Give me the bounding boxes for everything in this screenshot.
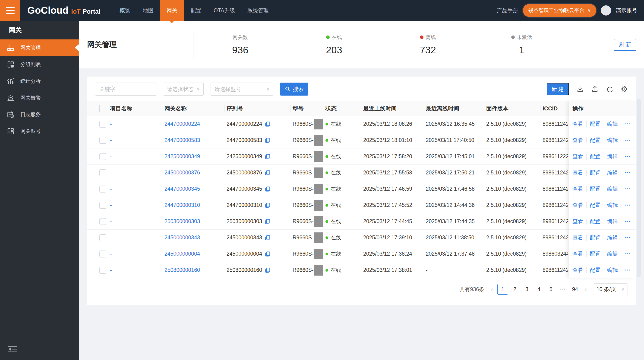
sidebar-collapse-icon[interactable] <box>8 345 17 354</box>
row-checkbox[interactable] <box>100 169 106 176</box>
copy-icon[interactable] <box>264 235 270 241</box>
view-link[interactable]: 查看 <box>572 267 583 274</box>
config-link[interactable]: 配置 <box>590 169 600 176</box>
edit-link[interactable]: 编辑 <box>607 202 618 209</box>
config-link[interactable]: 配置 <box>590 267 600 274</box>
page-number[interactable]: 3 <box>522 284 532 295</box>
copy-icon[interactable] <box>264 153 270 159</box>
keyword-input[interactable] <box>95 83 157 96</box>
gateway-name-link[interactable]: 250300000303 <box>164 218 200 225</box>
view-link[interactable]: 查看 <box>572 250 583 257</box>
edit-link[interactable]: 编辑 <box>607 267 618 274</box>
sidebar-item-gateway-model[interactable]: 网关型号 <box>0 123 79 140</box>
nav-item-map[interactable]: 地图 <box>136 0 160 21</box>
edit-link[interactable]: 编辑 <box>607 137 618 144</box>
prev-page-icon[interactable]: ‹ <box>489 286 495 293</box>
sidebar-item-log-service[interactable]: 日志服务 <box>0 106 79 123</box>
config-link[interactable]: 配置 <box>590 202 600 209</box>
product-manual-link[interactable]: 产品手册 <box>497 7 518 14</box>
view-link[interactable]: 查看 <box>572 185 583 193</box>
row-checkbox[interactable] <box>100 267 106 274</box>
edit-link[interactable]: 编辑 <box>607 218 618 225</box>
page-number[interactable]: 5 <box>546 284 556 295</box>
view-link[interactable]: 查看 <box>572 137 583 144</box>
sidebar-item-gateway-management[interactable]: 网关管理 <box>0 40 79 56</box>
download-icon[interactable] <box>576 85 584 93</box>
config-link[interactable]: 配置 <box>590 120 600 128</box>
config-link[interactable]: 配置 <box>590 153 600 160</box>
vertical-scrollbar[interactable] <box>637 99 641 277</box>
page-size-select[interactable]: 10 条/页 ∨ <box>593 283 628 295</box>
edit-link[interactable]: 编辑 <box>607 169 618 176</box>
gateway-name-link[interactable]: 244700000583 <box>164 137 200 143</box>
row-checkbox[interactable] <box>100 186 106 193</box>
gateway-name-link[interactable]: 245000000004 <box>164 251 200 257</box>
copy-icon[interactable] <box>264 186 270 192</box>
view-link[interactable]: 查看 <box>572 120 583 128</box>
select-all-checkbox[interactable] <box>100 105 100 112</box>
gateway-name-link[interactable]: 244700000224 <box>164 121 200 127</box>
more-actions-icon[interactable]: ··· <box>624 153 630 159</box>
row-checkbox[interactable] <box>100 218 106 225</box>
row-checkbox[interactable] <box>100 153 106 160</box>
page-number[interactable]: 1 <box>497 284 508 295</box>
nav-item-gateway[interactable]: 网关 <box>160 0 184 21</box>
gateway-name-link[interactable]: 245000000376 <box>164 169 200 176</box>
gateway-name-link[interactable]: 242500000349 <box>164 153 200 159</box>
gateway-name-link[interactable]: 244700000345 <box>164 186 200 192</box>
avatar[interactable] <box>601 5 611 16</box>
copy-icon[interactable] <box>264 267 270 273</box>
gateway-name-link[interactable]: 244700000310 <box>164 202 200 208</box>
page-number[interactable]: 2 <box>510 284 520 295</box>
model-select[interactable]: 请选择型号 ∨ <box>210 83 273 96</box>
copy-icon[interactable] <box>264 219 270 225</box>
row-checkbox[interactable] <box>100 137 106 144</box>
sidebar-item-group-list[interactable]: 分组列表 <box>0 56 79 73</box>
edit-link[interactable]: 编辑 <box>607 120 618 128</box>
edit-link[interactable]: 编辑 <box>607 250 618 257</box>
nav-item-overview[interactable]: 概览 <box>113 0 136 21</box>
status-select[interactable]: 请选择状态 ∨ <box>163 83 204 96</box>
edit-link[interactable]: 编辑 <box>607 185 618 193</box>
next-page-icon[interactable]: › <box>582 286 589 293</box>
platform-selector[interactable]: 锐谷智联工业物联云平台 ∨ <box>523 4 596 17</box>
row-checkbox[interactable] <box>100 251 106 257</box>
nav-item-system-admin[interactable]: 系统管理 <box>241 0 275 21</box>
view-link[interactable]: 查看 <box>572 202 583 209</box>
row-checkbox[interactable] <box>100 234 106 241</box>
sidebar-item-statistics[interactable]: 统计分析 <box>0 73 79 90</box>
config-link[interactable]: 配置 <box>590 218 600 225</box>
upload-icon[interactable] <box>591 85 598 93</box>
page-number[interactable]: 94 <box>570 284 580 295</box>
row-checkbox[interactable] <box>100 121 106 128</box>
view-link[interactable]: 查看 <box>572 234 583 241</box>
edit-link[interactable]: 编辑 <box>607 234 618 241</box>
edit-link[interactable]: 编辑 <box>607 153 618 160</box>
more-actions-icon[interactable]: ··· <box>624 121 630 127</box>
gateway-name-link[interactable]: 245000000343 <box>164 235 200 241</box>
copy-icon[interactable] <box>264 202 270 208</box>
more-actions-icon[interactable]: ··· <box>624 186 630 192</box>
create-button[interactable]: 新 建 <box>547 83 569 95</box>
copy-icon[interactable] <box>264 251 270 257</box>
sidebar-item-gateway-alarm[interactable]: 网关告警 <box>0 90 79 106</box>
copy-icon[interactable] <box>264 170 270 176</box>
config-link[interactable]: 配置 <box>590 137 600 144</box>
config-link[interactable]: 配置 <box>590 250 600 257</box>
page-number[interactable]: 4 <box>534 284 544 295</box>
more-actions-icon[interactable]: ··· <box>624 137 630 143</box>
config-link[interactable]: 配置 <box>590 234 600 241</box>
more-actions-icon[interactable]: ··· <box>624 235 630 241</box>
copy-icon[interactable] <box>264 137 270 143</box>
refresh-button[interactable]: 刷 新 <box>614 39 636 51</box>
gear-icon[interactable]: ⚙ <box>621 85 628 93</box>
more-actions-icon[interactable]: ··· <box>624 251 630 257</box>
hamburger-menu-icon[interactable] <box>0 0 20 21</box>
nav-item-config[interactable]: 配置 <box>184 0 207 21</box>
gateway-name-link[interactable]: 250800000160 <box>164 267 200 273</box>
copy-icon[interactable] <box>264 121 270 127</box>
config-link[interactable]: 配置 <box>590 185 600 193</box>
search-button[interactable]: 搜索 <box>280 83 308 96</box>
view-link[interactable]: 查看 <box>572 169 583 176</box>
more-actions-icon[interactable]: ··· <box>624 169 630 176</box>
